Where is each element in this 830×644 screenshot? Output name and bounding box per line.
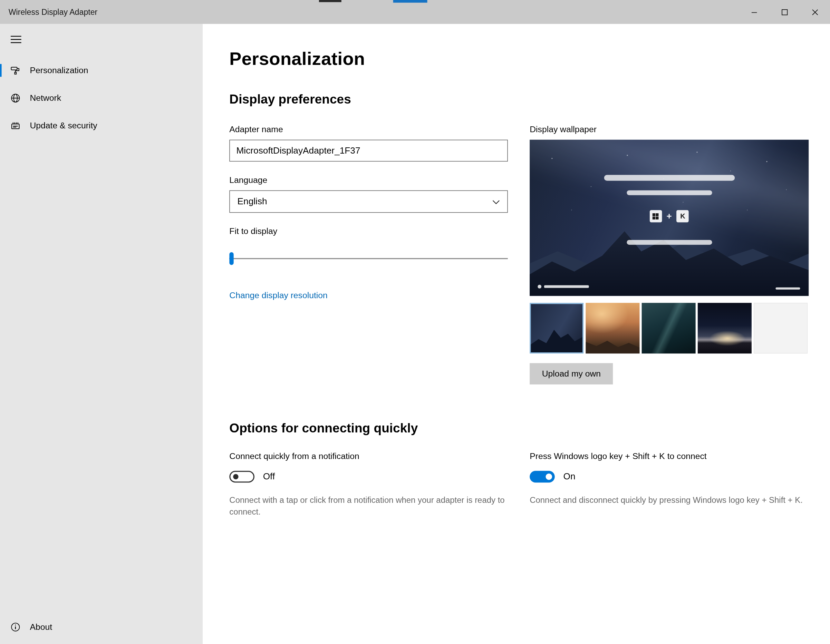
selected-indicator — [0, 64, 2, 77]
plus-sign: + — [667, 211, 672, 222]
hotkey-toggle-description: Connect and disconnect quickly by pressi… — [530, 494, 808, 506]
sidebar-nav: Personalization Network — [0, 59, 203, 142]
sidebar-item-about[interactable]: About — [0, 616, 203, 639]
chevron-down-icon — [493, 196, 500, 207]
hotkey-toggle-state: On — [564, 472, 575, 482]
overlay-text-bar — [627, 190, 712, 195]
minimize-button[interactable] — [739, 0, 769, 24]
slider-track[interactable] — [229, 258, 507, 259]
hotkey-toggle-label: Press Windows logo key + Shift + K to co… — [530, 452, 809, 461]
display-wallpaper-label: Display wallpaper — [530, 125, 809, 134]
quick-connect-heading: Options for connecting quickly — [229, 421, 830, 435]
adapter-name-label: Adapter name — [229, 125, 507, 134]
maximize-icon — [781, 9, 788, 15]
about-label: About — [30, 622, 52, 632]
shortcut-keys: + K — [649, 210, 689, 223]
close-button[interactable] — [800, 0, 830, 24]
notification-toggle-state: Off — [263, 472, 275, 482]
wallpaper-preview: + K — [530, 140, 809, 296]
sidebar-item-network[interactable]: Network — [0, 86, 203, 110]
close-icon — [812, 9, 818, 15]
chip-icon — [11, 121, 21, 131]
overlay-line — [775, 288, 800, 290]
sidebar-item-label: Personalization — [30, 66, 89, 75]
toggle-knob — [546, 473, 553, 480]
wallpaper-thumbnail-blank-light[interactable] — [754, 303, 808, 354]
globe-icon — [11, 93, 21, 103]
adapter-name-input[interactable] — [229, 140, 507, 161]
overlay-text-bar — [627, 240, 712, 245]
wallpaper-thumbnail-sunset-valley[interactable] — [586, 303, 640, 354]
info-icon — [11, 622, 21, 632]
page-title: Personalization — [229, 49, 830, 70]
maximize-button[interactable] — [769, 0, 800, 24]
hamburger-icon — [11, 36, 21, 46]
top-edge-accent-mark — [393, 0, 428, 3]
language-dropdown[interactable]: English — [229, 190, 507, 213]
overlay-progress-bar — [544, 285, 589, 288]
fit-to-display-slider[interactable] — [229, 252, 507, 265]
hamburger-button[interactable] — [5, 30, 27, 51]
wallpaper-thumbnail-night-horizon[interactable] — [698, 303, 752, 354]
app-window: Wireless Display Adapter — [0, 0, 830, 644]
sidebar-item-personalization[interactable]: Personalization — [0, 59, 203, 82]
windows-key-icon — [649, 210, 662, 223]
slider-thumb[interactable] — [229, 252, 233, 265]
notification-toggle-description: Connect with a tap or click from a notif… — [229, 494, 507, 518]
notification-toggle[interactable] — [229, 471, 255, 483]
window-controls — [739, 0, 830, 24]
display-preferences-heading: Display preferences — [229, 92, 830, 107]
overlay-bullet — [538, 285, 542, 288]
personalization-icon — [11, 66, 21, 75]
wallpaper-thumbnails — [530, 303, 809, 354]
upload-my-own-button[interactable]: Upload my own — [530, 363, 613, 385]
main-content: Personalization Display preferences Adap… — [203, 24, 830, 644]
screen: Wireless Display Adapter — [0, 0, 830, 644]
overlay-text-bar — [604, 175, 735, 181]
sidebar-item-update-security[interactable]: Update & security — [0, 114, 203, 138]
language-label: Language — [229, 175, 507, 185]
fit-to-display-label: Fit to display — [229, 227, 507, 236]
sidebar: Personalization Network — [0, 24, 203, 644]
wallpaper-thumbnail-mountain-night[interactable] — [530, 303, 583, 354]
change-resolution-link[interactable]: Change display resolution — [229, 291, 327, 300]
minimize-icon — [751, 9, 757, 15]
notification-toggle-label: Connect quickly from a notification — [229, 452, 507, 461]
sidebar-item-label: Update & security — [30, 121, 97, 131]
top-edge-dark-mark — [319, 0, 341, 2]
k-key: K — [677, 210, 689, 223]
wallpaper-thumbnail-dark-ocean[interactable] — [642, 303, 696, 354]
window-title: Wireless Display Adapter — [9, 8, 98, 17]
hotkey-toggle[interactable] — [530, 471, 555, 483]
toggle-knob — [233, 474, 238, 479]
sidebar-item-label: Network — [30, 93, 62, 103]
language-selected-value: English — [238, 196, 267, 207]
titlebar[interactable]: Wireless Display Adapter — [0, 0, 830, 24]
